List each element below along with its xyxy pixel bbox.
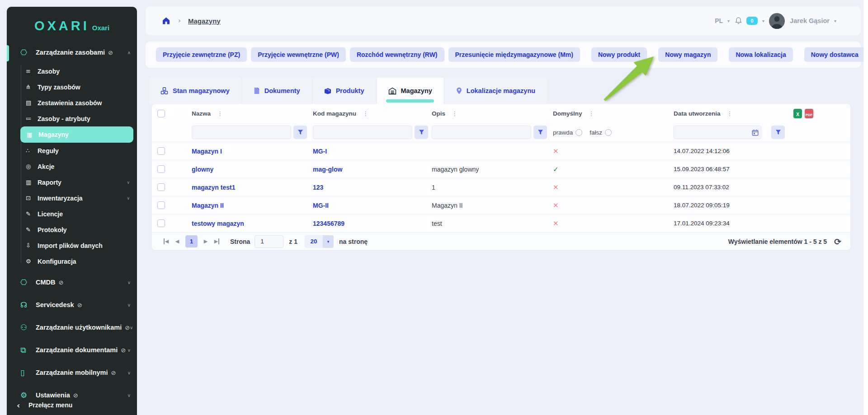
warehouse-code-link[interactable]: 123 [313,184,323,191]
sidebar-item-raporty[interactable]: ▥ Raporty ∨ [7,174,137,190]
nowy-dostawca-button[interactable]: Nowy dostawca [804,47,865,62]
table-row: Magazyn I MG-I ✕ 14.07.2022 14:12:06 [152,142,850,160]
last-page-button[interactable]: ▶ [211,236,222,247]
column-header-kod-magazynu[interactable]: Kod magazynu [313,110,356,117]
filter-input-nazwa[interactable] [192,126,291,139]
caret-down-icon[interactable]: ▾ [762,19,764,23]
tab-stan-magazynowy[interactable]: Stan magazynowy [149,78,241,104]
next-page-button[interactable]: ▶ [200,236,211,247]
previous-page-button[interactable]: ◀ [172,236,183,247]
filter-button[interactable] [415,126,428,139]
sidebar-item-zasoby[interactable]: ≡ Zasoby [7,63,137,79]
sidebar-item-import-plikow[interactable]: ⇩ Import plików danych [7,238,137,253]
filter-button[interactable] [771,126,785,139]
package-icon [324,88,331,94]
sidebar-section-zarzadzanie-zasobami[interactable]: ⎔ Zarządzanie zasobami ⊘ ∧ [7,42,137,62]
row-checkbox[interactable] [157,201,165,209]
caret-down-icon[interactable]: ▾ [727,19,730,23]
column-menu-icon[interactable]: ⋮ [452,110,458,117]
rw-button[interactable]: Rozchód wewnętrzny (RW) [350,47,444,62]
filter-input-kod[interactable] [313,126,412,139]
caret-down-icon[interactable]: ▾ [834,19,836,23]
pz-button[interactable]: Przyjęcie zewnętrzne (PZ) [156,47,247,62]
row-checkbox[interactable] [157,165,165,173]
breadcrumb-magazyny-link[interactable]: Magazyny [188,17,221,25]
warehouse-name-link[interactable]: Magazyn I [192,148,222,155]
toggle-menu-button[interactable]: ‹ Przełącz menu [7,395,137,415]
sidebar-item-licencje[interactable]: ✎ Licencje [7,206,137,222]
mm-button[interactable]: Przesunięcie międzymagazynowe (Mm) [448,47,580,62]
sidebar-section-servicedesk[interactable]: ☊ Servicedesk ⊘ ∨ [7,294,137,316]
user-name[interactable]: Jarek Gąsior [790,17,830,24]
notifications-button[interactable]: 0 [734,16,758,25]
row-checkbox[interactable] [157,147,165,155]
radio-falsz[interactable] [605,129,612,136]
column-menu-icon[interactable]: ⋮ [363,110,368,117]
sidebar-item-zasoby-atrybuty[interactable]: ≔ Zasoby - atrybuty [7,111,137,126]
export-excel-icon[interactable]: X [793,109,802,118]
page-number-button[interactable]: 1 [185,235,198,247]
sidebar-section-uzytkownicy[interactable]: ⚇ Zarządzanie użytkownikami ⊘ ∨ [7,316,137,339]
warehouse-code-link[interactable]: mag-glow [313,166,342,173]
language-selector[interactable]: PL [715,17,723,24]
nowy-produkt-button[interactable]: Nowy produkt [591,47,647,62]
nowa-lokalizacja-button[interactable]: Nowa lokalizacja [729,47,793,62]
warehouse-code-link[interactable]: MG-II [313,202,329,209]
funnel-icon [538,130,543,135]
tab-lokalizacje-magazynu[interactable]: Lokalizacje magazynu [445,78,547,104]
refresh-icon[interactable]: ⟳ [834,237,841,247]
tab-magazyny[interactable]: Magazyny [377,78,443,104]
sidebar-item-konfiguracja[interactable]: ⚙ Konfiguracja [7,253,137,269]
sidebar-item-akcje[interactable]: ◎ Akcje [7,159,137,174]
avatar[interactable] [769,13,785,29]
tab-produkty[interactable]: Produkty [313,78,376,104]
home-icon[interactable] [161,16,171,25]
sidebar-section-dokumenty[interactable]: ⧉ Zarządzanie dokumentami ⊘ ∨ [7,339,137,361]
per-page-select[interactable]: 20 ▾ [305,235,334,248]
page-input[interactable] [255,235,283,248]
date-filter-input[interactable] [674,126,761,139]
chart-icon: ▥ [26,179,38,186]
column-menu-icon[interactable]: ⋮ [217,110,223,117]
page-of-label: z 1 [289,238,297,245]
filter-button[interactable] [533,126,547,139]
first-page-button[interactable]: ◀ [161,236,172,247]
column-menu-icon[interactable]: ⋮ [589,110,594,117]
column-header-data-utworzenia[interactable]: Data utworzenia [674,110,721,117]
row-checkbox[interactable] [157,219,165,227]
filter-button[interactable] [293,126,307,139]
sidebar-item-zestawienia-zasobow[interactable]: ▤ Zestawienia zasobów [7,95,137,111]
sidebar-item-inwentaryzacja[interactable]: ⊡ Inwentaryzacja ∨ [7,190,137,206]
radio-label-prawda: prawda [553,129,573,136]
warehouse-code-link[interactable]: 123456789 [313,220,344,227]
column-menu-icon[interactable]: ⋮ [727,110,733,117]
scrollbar[interactable] [863,0,868,415]
sidebar-section-cmdb[interactable]: ⎔ CMDB ⊘ ∨ [7,271,137,294]
mobile-icon: ▯ [20,368,36,377]
warehouse-name-link[interactable]: testowy magazyn [192,220,244,227]
notification-count-badge: 0 [746,17,758,25]
sidebar-section-mobilne[interactable]: ▯ Zarządzanie mobilnymi ⊘ ∨ [7,361,137,384]
sidebar-item-typy-zasobow[interactable]: ⋔ Typy zasobów [7,79,137,95]
column-header-nazwa[interactable]: Nazwa [192,110,211,117]
warehouse-name-link[interactable]: Magazyn II [192,202,224,209]
target-icon: ◎ [26,163,38,170]
pw-button[interactable]: Przyjęcie wewnętrzne (PW) [251,47,346,62]
row-checkbox[interactable] [157,183,165,191]
sidebar-item-protokoly[interactable]: ✎ Protokoły [7,222,137,238]
sidebar-item-magazyny[interactable]: ▦ Magazyny [20,126,133,143]
filter-input-opis[interactable] [432,126,531,139]
column-header-opis[interactable]: Opis [432,110,445,117]
warehouse-code-link[interactable]: MG-I [313,148,327,155]
export-pdf-icon[interactable]: PDF [805,109,813,118]
nowy-magazyn-button[interactable]: Nowy magazyn [658,47,717,62]
warehouse-name-link[interactable]: magazyn test1 [192,184,235,191]
tab-dokumenty[interactable]: Dokumenty [242,78,311,104]
column-header-domyslny[interactable]: Domyślny [553,110,582,117]
radio-prawda[interactable] [576,129,582,136]
select-all-checkbox[interactable] [157,110,165,117]
calendar-icon[interactable] [752,129,759,136]
sidebar-item-reguly[interactable]: ∴ Reguły [7,143,137,159]
warehouse-name-link[interactable]: glowny [192,166,213,173]
document-pen-icon: ✎ [26,210,38,217]
